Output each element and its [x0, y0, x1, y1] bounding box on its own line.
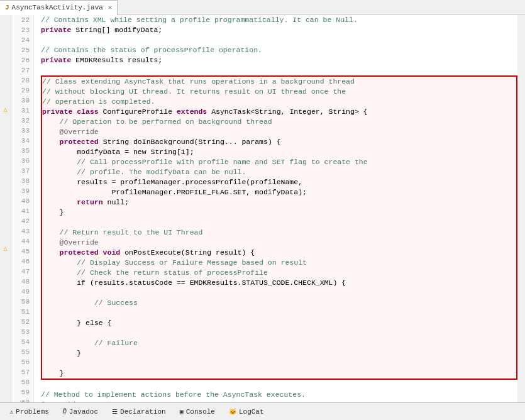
gutter-cell: [0, 303, 11, 313]
bottom-tab-label-declaration: Declaration: [120, 408, 166, 416]
code-segment: protected: [60, 137, 99, 147]
code-segment: // Contains XML while setting a profile …: [41, 15, 358, 25]
gutter-cell: [0, 214, 11, 224]
code-segment: } else {: [77, 318, 111, 328]
gutter-cell: [0, 343, 11, 353]
bottom-tab-problems[interactable]: ⚠Problems: [3, 404, 56, 419]
java-file-icon: J: [5, 4, 9, 11]
line-number: 34: [11, 136, 33, 146]
line-number: 48: [11, 277, 33, 287]
line-number: 32: [11, 116, 33, 126]
code-content[interactable]: // Contains XML while setting a profile …: [34, 15, 517, 402]
code-line: }: [42, 207, 516, 218]
code-segment: // Success: [94, 298, 138, 308]
code-line: [42, 288, 516, 298]
code-line: // Contains the status of processProfile…: [41, 45, 517, 55]
code-line: ProfileManager.PROFILE_FLAG.SET, modifyD…: [42, 187, 516, 197]
code-segment: // Method to implement actions before th…: [41, 390, 306, 400]
line-number: 36: [11, 156, 33, 166]
code-segment: // Contains the status of processProfile…: [41, 45, 262, 55]
code-line: // Return result to the UI Thread: [42, 228, 516, 238]
bottom-tab-console[interactable]: ▣Console: [173, 404, 222, 419]
line-number: 43: [11, 226, 33, 236]
code-segment: null;: [103, 197, 129, 207]
code-segment: extends: [177, 107, 207, 117]
code-line: results = profileManager.processProfile(…: [42, 177, 516, 187]
gutter-cell: [0, 35, 11, 45]
line-number: 53: [11, 327, 33, 337]
code-segment: // Display Success or Failure Message ba…: [77, 258, 307, 268]
bottom-tab-label-logcat: LogCat: [239, 408, 264, 416]
line-number: 42: [11, 216, 33, 226]
gutter-cell: [0, 284, 11, 294]
code-line: protected void onPostExecute(String resu…: [42, 248, 516, 258]
gutter-cell: △: [0, 243, 11, 253]
code-line: [42, 328, 516, 338]
gutter-cell: [0, 373, 11, 383]
javadoc-tab-icon: @: [63, 408, 67, 415]
gutter-cell: △: [0, 104, 11, 114]
bottom-tab-logcat[interactable]: 🐱LogCat: [222, 404, 271, 419]
bottom-tab-javadoc[interactable]: @Javadoc: [56, 404, 105, 419]
gutter-cell: [0, 184, 11, 194]
gutter-cell: [0, 353, 11, 363]
line-number: 41: [11, 206, 33, 216]
gutter-cell: [0, 204, 11, 214]
scrollbar[interactable]: [517, 15, 525, 402]
logcat-tab-icon: 🐱: [229, 408, 236, 416]
bottom-tab-declaration[interactable]: ☰Declaration: [105, 404, 173, 419]
gutter-cell: [0, 313, 11, 323]
code-segment: // Operation to be performed on backgrou…: [60, 117, 272, 127]
line-number: 59: [11, 387, 33, 397]
code-segment: @Override: [60, 127, 99, 137]
line-number: 55: [11, 347, 33, 357]
code-segment: }: [77, 348, 81, 358]
line-number: 52: [11, 317, 33, 327]
gutter-cell: [0, 323, 11, 333]
line-number: 23: [11, 25, 33, 35]
code-line: }: [42, 368, 516, 379]
code-line: [41, 380, 517, 390]
line-number: 58: [11, 377, 33, 387]
line-number: 27: [11, 65, 33, 75]
bottom-tab-label-console: Console: [186, 408, 215, 416]
code-line: [42, 358, 516, 368]
line-numbers: 2223242526272829303132333435363738394041…: [11, 15, 34, 402]
gutter-cell: [0, 144, 11, 154]
code-segment: String[] modifyData;: [71, 25, 162, 35]
editor-tab[interactable]: J AsyncTaskActivity.java ✕: [0, 0, 118, 15]
code-segment: AsyncTask<String, Integer, String> {: [207, 107, 367, 117]
line-number: 40: [11, 196, 33, 206]
code-segment: return: [77, 197, 102, 207]
code-segment: // Call processProfile with profile name…: [77, 157, 367, 167]
code-line: } else {: [42, 318, 516, 328]
gutter-cell: [0, 55, 11, 65]
line-number: 37: [11, 166, 33, 176]
code-line: // profile. The modifyData can be null.: [42, 167, 516, 177]
close-icon[interactable]: ✕: [108, 4, 112, 11]
code-line: return null;: [42, 197, 516, 207]
gutter-cell: [0, 154, 11, 164]
gutter-cell: [0, 114, 11, 124]
title-bar: J AsyncTaskActivity.java ✕: [0, 0, 525, 15]
gutter-cell: [0, 75, 11, 85]
gutter-cell: [0, 392, 11, 402]
code-line: // Operation to be performed on backgrou…: [42, 117, 516, 127]
line-number: 26: [11, 55, 33, 65]
gutter-cell: [0, 194, 11, 204]
code-line: protected String doInBackground(String..…: [42, 137, 516, 147]
line-number: 46: [11, 257, 33, 267]
declaration-tab-icon: ☰: [112, 408, 118, 416]
gutter-cell: [0, 124, 11, 135]
bottom-tab-label-problems: Problems: [16, 408, 49, 416]
gutter-cell: [0, 253, 11, 263]
code-line: [41, 65, 517, 75]
code-line: // Check the return status of processPro…: [42, 268, 516, 278]
gutter-cell: [0, 333, 11, 343]
code-segment: // without blocking UI thread. It return…: [42, 87, 346, 97]
code-line: // Success: [42, 298, 516, 308]
code-line: [42, 308, 516, 318]
gutter-cell: [0, 234, 11, 244]
problems-tab-icon: ⚠: [9, 408, 13, 416]
highlighted-code-block: // Class extending AsyncTask that runs o…: [41, 75, 517, 380]
